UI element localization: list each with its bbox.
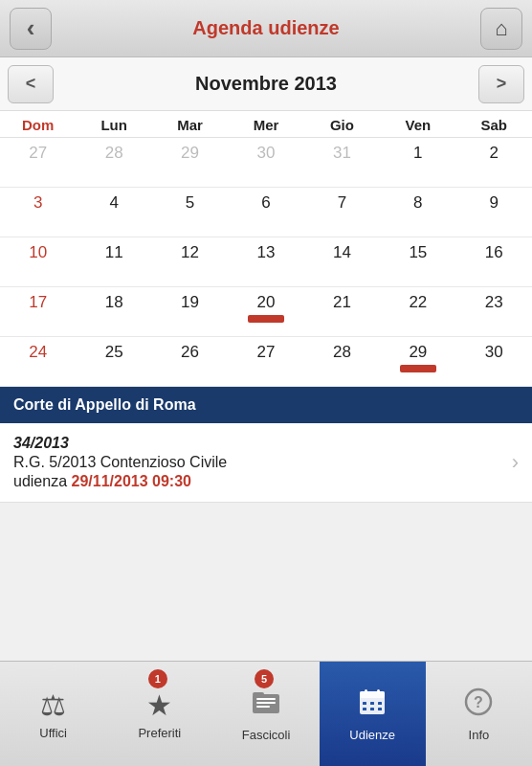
header-gio: Gio	[304, 117, 380, 133]
calendar-icon	[357, 687, 388, 724]
cal-day[interactable]: 26	[152, 337, 228, 387]
cal-day[interactable]: 22	[380, 287, 455, 337]
cal-day[interactable]: 11	[76, 237, 151, 287]
event-indicator	[248, 315, 284, 323]
cal-day[interactable]: 19	[152, 287, 228, 337]
tab-bar: ⚖ Uffici ★ 1 Preferiti 5 Fascicoli	[0, 661, 532, 766]
svg-rect-11	[378, 702, 382, 705]
calendar: Dom Lun Mar Mer Gio Ven Sab 27 28 29 30 …	[0, 111, 532, 387]
cal-day[interactable]: 18	[76, 287, 151, 337]
cal-day[interactable]: 29	[152, 138, 228, 188]
cal-day[interactable]: 27	[0, 138, 76, 188]
court-info: Corte di Appello di Roma	[0, 387, 532, 423]
cal-day[interactable]: 14	[304, 237, 380, 287]
header-mer: Mer	[228, 117, 303, 133]
svg-rect-14	[378, 708, 382, 710]
cal-day[interactable]: 23	[456, 287, 532, 337]
tab-uffici[interactable]: ⚖ Uffici	[0, 662, 106, 766]
tab-fascicoli-label: Fascicoli	[242, 728, 291, 742]
back-icon: ‹	[27, 13, 35, 43]
cal-day[interactable]: 31	[304, 138, 380, 188]
tab-udienze[interactable]: Udienze	[320, 662, 426, 766]
svg-rect-2	[256, 698, 276, 700]
case-section[interactable]: 34/2013 R.G. 5/2013 Contenzioso Civile u…	[0, 423, 532, 503]
svg-rect-6	[360, 691, 385, 698]
home-button[interactable]: ⌂	[480, 8, 522, 50]
udienza-date: 29/11/2013 09:30	[72, 473, 191, 489]
svg-rect-7	[365, 689, 367, 694]
cal-day[interactable]: 24	[0, 337, 76, 387]
cal-day[interactable]: 10	[0, 237, 76, 287]
info-icon: ?	[463, 687, 494, 724]
cal-day[interactable]: 28	[304, 337, 380, 387]
cal-day[interactable]: 30	[228, 138, 303, 188]
fascicoli-badge: 5	[255, 669, 274, 688]
cal-day-29[interactable]: 29	[380, 337, 455, 387]
case-number: 34/2013	[13, 435, 504, 452]
cal-day[interactable]: 16	[456, 237, 532, 287]
header-sab: Sab	[456, 117, 532, 133]
tab-info-label: Info	[469, 728, 490, 742]
scales-icon: ⚖	[40, 688, 66, 722]
next-month-button[interactable]: >	[478, 65, 524, 103]
svg-rect-3	[256, 702, 276, 704]
back-button[interactable]: ‹	[10, 8, 52, 50]
cal-day[interactable]: 15	[380, 237, 455, 287]
svg-rect-13	[370, 708, 374, 710]
case-udienza: udienza 29/11/2013 09:30	[13, 473, 504, 490]
chevron-right-icon: ›	[512, 450, 519, 475]
header: ‹ Agenda udienze ⌂	[0, 0, 532, 57]
cal-day[interactable]: 1	[380, 138, 455, 188]
header-mar: Mar	[152, 117, 228, 133]
tab-fascicoli[interactable]: 5 Fascicoli	[212, 662, 319, 766]
cal-day-20[interactable]: 20	[228, 287, 303, 337]
udienza-prefix: udienza	[13, 473, 72, 489]
calendar-grid: 27 28 29 30 31 1 2 3 4 5 6 7 8 9 10 11 1…	[0, 138, 532, 387]
cal-day[interactable]: 2	[456, 138, 532, 188]
cal-day[interactable]: 3	[0, 188, 76, 237]
home-icon: ⌂	[495, 16, 507, 41]
svg-rect-4	[256, 706, 270, 708]
prev-month-button[interactable]: <	[8, 65, 54, 103]
preferiti-badge: 1	[148, 669, 167, 688]
cal-day[interactable]: 7	[304, 188, 380, 237]
cal-day[interactable]: 6	[228, 188, 303, 237]
svg-text:?: ?	[475, 694, 484, 710]
header-dom: Dom	[0, 117, 76, 133]
event-indicator	[400, 365, 436, 372]
month-title: Novembre 2013	[195, 73, 337, 95]
cal-day[interactable]: 17	[0, 287, 76, 337]
cal-day[interactable]: 28	[76, 138, 151, 188]
svg-rect-1	[253, 692, 264, 696]
star-icon: ★	[146, 688, 172, 722]
tab-preferiti[interactable]: ★ 1 Preferiti	[106, 662, 212, 766]
cal-day[interactable]: 12	[152, 237, 228, 287]
header-ven: Ven	[380, 117, 455, 133]
header-lun: Lun	[76, 117, 151, 133]
tab-uffici-label: Uffici	[39, 726, 67, 740]
month-navigation: < Novembre 2013 >	[0, 57, 532, 111]
cal-day[interactable]: 8	[380, 188, 455, 237]
cal-day[interactable]: 21	[304, 287, 380, 337]
tab-info[interactable]: ? Info	[426, 662, 532, 766]
svg-rect-12	[363, 708, 366, 710]
cal-day[interactable]: 30	[456, 337, 532, 387]
cal-day[interactable]: 9	[456, 188, 532, 237]
cal-day[interactable]: 4	[76, 188, 151, 237]
case-rg: R.G. 5/2013 Contenzioso Civile	[13, 454, 504, 471]
svg-rect-10	[370, 702, 374, 705]
svg-rect-9	[363, 702, 366, 705]
court-name: Corte di Appello di Roma	[13, 396, 196, 413]
tab-preferiti-label: Preferiti	[138, 726, 181, 740]
cal-day[interactable]: 13	[228, 237, 303, 287]
cal-day[interactable]: 27	[228, 337, 303, 387]
cal-day[interactable]: 25	[76, 337, 151, 387]
next-icon: >	[497, 74, 507, 94]
folder-icon	[251, 687, 281, 724]
cal-day[interactable]: 5	[152, 188, 228, 237]
page-title: Agenda udienze	[192, 17, 339, 39]
tab-udienze-label: Udienze	[349, 728, 395, 742]
calendar-header: Dom Lun Mar Mer Gio Ven Sab	[0, 111, 532, 138]
svg-rect-8	[377, 689, 380, 694]
prev-icon: <	[26, 74, 36, 94]
